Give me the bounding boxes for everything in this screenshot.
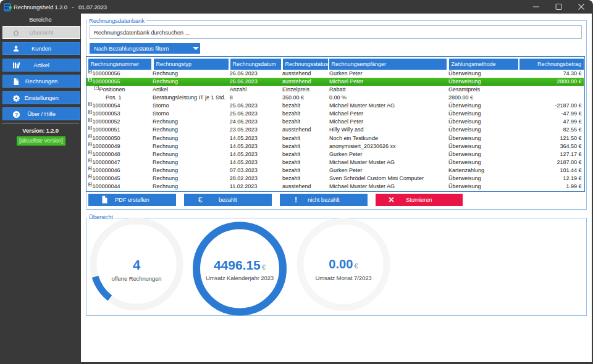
svg-text:?: ?	[15, 112, 18, 118]
